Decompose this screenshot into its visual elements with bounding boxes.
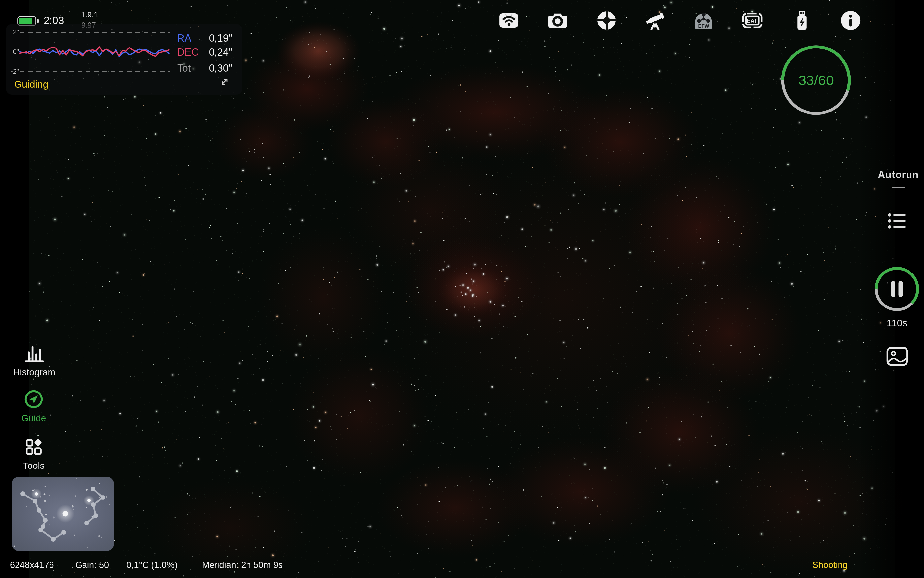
histogram-icon[interactable] <box>24 345 44 363</box>
gallery-icon[interactable] <box>887 347 908 366</box>
efw-icon[interactable]: EFW <box>693 10 715 31</box>
exposure-time-label: 110s <box>870 317 923 329</box>
status-meridian: Meridian: 2h 50m 9s <box>202 560 283 570</box>
sequence-progress-ring[interactable]: 33/60 <box>779 44 853 117</box>
status-gain: Gain: 50 <box>75 560 109 570</box>
sidebar-item-guide[interactable]: Guide <box>0 413 68 424</box>
telescope-icon[interactable] <box>645 10 666 31</box>
star-map-thumbnail[interactable] <box>11 477 114 551</box>
sequence-progress-label: 33/60 <box>779 44 853 117</box>
sidebar-item-tools[interactable]: Tools <box>0 461 68 471</box>
tot-value: 0,30" <box>209 62 232 74</box>
tab-autorun[interactable]: Autorun <box>872 169 924 181</box>
usb-power-icon[interactable] <box>791 10 813 31</box>
version-primary: 1.9.1 <box>81 11 98 19</box>
asiair-capture-screen: { "top_left": { "time": "2:03", "version… <box>0 0 924 578</box>
expand-icon[interactable] <box>219 76 231 88</box>
status-temperature: 0,1°C (1.0%) <box>127 560 177 570</box>
efw-text: EFW <box>698 23 709 29</box>
constellation-chart <box>11 477 114 551</box>
status-resolution: 6248x4176 <box>10 560 54 570</box>
guide-target-icon[interactable] <box>596 10 617 31</box>
dec-label: DEC <box>177 47 199 58</box>
eaf-icon[interactable]: EAF <box>742 10 763 31</box>
status-shooting: Shooting <box>812 560 848 570</box>
tools-icon[interactable] <box>23 437 44 456</box>
dec-value: 0,24" <box>209 47 232 58</box>
guiding-panel[interactable]: 2" 0" -2" RA 0,19" DEC 0,24" Tot 0,30" G… <box>6 24 242 95</box>
info-icon[interactable] <box>840 10 862 31</box>
tot-label: Tot <box>177 62 191 74</box>
wifi-icon[interactable] <box>498 10 520 31</box>
ra-value: 0,19" <box>209 32 232 44</box>
guide-icon[interactable] <box>24 389 44 409</box>
guiding-status-label: Guiding <box>14 79 48 90</box>
camera-icon[interactable] <box>547 10 568 31</box>
pause-icon <box>891 281 903 297</box>
autorun-active-indicator <box>892 187 905 188</box>
pause-exposure-button[interactable] <box>874 266 920 312</box>
sequence-list-icon[interactable] <box>887 212 908 230</box>
eaf-text: EAF <box>747 18 758 24</box>
ra-label: RA <box>177 32 192 44</box>
sidebar-item-histogram[interactable]: Histogram <box>0 367 69 378</box>
